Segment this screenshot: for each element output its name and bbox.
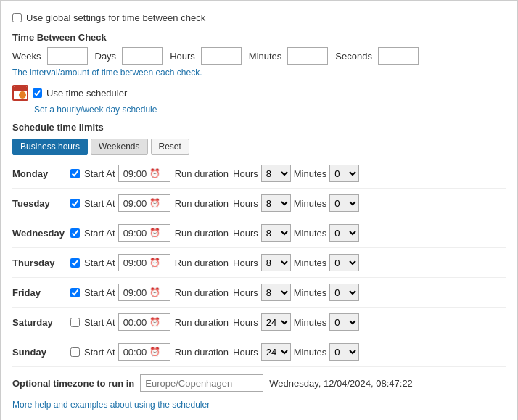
calendar-orange-dot (19, 91, 26, 99)
hours-select[interactable]: 123456789101112131415161718192021222324 (261, 284, 291, 301)
hours-input[interactable] (201, 47, 242, 65)
hours-select[interactable]: 123456789101112131415161718192021222324 (261, 254, 291, 271)
day-row: TuesdayStart At09:00 ⏰Run durationHours1… (12, 194, 506, 218)
day-checkbox[interactable] (70, 318, 80, 327)
time-value: 09:00 (123, 228, 147, 239)
start-at-label: Start At (84, 287, 115, 298)
weeks-input[interactable] (47, 47, 88, 65)
minutes-select[interactable]: 0510152025303540455055 (329, 284, 359, 301)
timezone-datetime: Wednesday, 12/04/2024, 08:47:22 (269, 378, 413, 389)
minutes-label: Minutes (294, 317, 327, 328)
calendar-icon (12, 85, 28, 101)
start-at-label: Start At (84, 168, 115, 179)
timezone-label: Optional timezone to run in (12, 378, 134, 389)
day-checkbox[interactable] (70, 258, 80, 268)
day-name: Wednesday (12, 228, 70, 239)
timezone-row: Optional timezone to run in Wednesday, 1… (12, 374, 506, 392)
day-checkbox[interactable] (70, 347, 80, 357)
scheduler-section: Use time scheduler Set a hourly/week day… (12, 85, 506, 115)
hours-select[interactable]: 123456789101112131415161718192021222324 (261, 224, 291, 242)
minutes-input[interactable] (287, 47, 328, 65)
hours-label: Hours (233, 287, 258, 298)
hours-select[interactable]: 123456789101112131415161718192021222324 (261, 313, 291, 331)
day-name: Friday (12, 287, 70, 298)
hours-select[interactable]: 123456789101112131415161718192021222324 (261, 194, 291, 212)
minutes-label: Minutes (294, 287, 327, 298)
scheduler-link[interactable]: Set a hourly/week day schedule (34, 104, 157, 115)
minutes-label: Minutes (294, 228, 327, 239)
day-checkbox[interactable] (70, 288, 80, 297)
days-input[interactable] (122, 47, 163, 65)
minutes-select[interactable]: 0510152025303540455055 (329, 165, 359, 182)
day-checkbox[interactable] (70, 228, 80, 238)
time-display[interactable]: 09:00 ⏰ (118, 254, 170, 271)
business-hours-button[interactable]: Business hours (12, 139, 88, 155)
scheduler-checkbox[interactable] (33, 88, 42, 98)
start-at-label: Start At (84, 317, 115, 328)
hours-select[interactable]: 123456789101112131415161718192021222324 (261, 343, 291, 361)
hours-label: Hours (233, 168, 258, 179)
day-row: SaturdayStart At00:00 ⏰Run durationHours… (12, 313, 506, 337)
tbc-hint: The interval/amount of time between each… (12, 67, 506, 78)
seconds-input[interactable] (378, 47, 419, 65)
seconds-label-tbc: Seconds (335, 51, 372, 62)
minutes-select[interactable]: 0510152025303540455055 (329, 224, 359, 242)
hours-label: Hours (233, 198, 258, 209)
schedule-section: Schedule time limits Business hours Week… (12, 122, 506, 367)
time-value: 09:00 (123, 168, 147, 179)
run-duration-label: Run duration (175, 347, 229, 358)
minutes-label: Minutes (294, 198, 327, 209)
reset-button[interactable]: Reset (151, 139, 189, 155)
run-duration-label: Run duration (175, 258, 229, 268)
minutes-label: Minutes (294, 347, 327, 358)
schedule-title: Schedule time limits (12, 122, 506, 133)
tbc-title: Time Between Check (12, 32, 506, 43)
weeks-label: Weeks (12, 51, 41, 62)
weekends-button[interactable]: Weekends (91, 139, 147, 155)
minutes-select[interactable]: 0510152025303540455055 (329, 194, 359, 212)
day-name: Sunday (12, 347, 70, 358)
time-display[interactable]: 09:00 ⏰ (118, 165, 170, 182)
day-checkbox[interactable] (70, 199, 80, 208)
scheduler-label[interactable]: Use time scheduler (46, 88, 127, 99)
hours-label: Hours (233, 258, 258, 268)
clock-icon: ⏰ (149, 347, 160, 357)
clock-icon: ⏰ (149, 287, 160, 297)
hours-label: Hours (233, 317, 258, 328)
more-help-link[interactable]: More help and examples about using the s… (12, 400, 210, 410)
day-name: Thursday (12, 258, 70, 268)
day-row: MondayStart At09:00 ⏰Run durationHours12… (12, 165, 506, 189)
schedule-buttons-row: Business hours Weekends Reset (12, 139, 506, 155)
hours-select[interactable]: 123456789101112131415161718192021222324 (261, 165, 291, 182)
day-row: SundayStart At00:00 ⏰Run durationHours12… (12, 343, 506, 367)
run-duration-label: Run duration (175, 198, 229, 209)
run-duration-label: Run duration (175, 228, 229, 239)
time-value: 00:00 (123, 317, 147, 328)
scheduler-link-row: Set a hourly/week day schedule (12, 104, 506, 115)
minutes-select[interactable]: 0510152025303540455055 (329, 254, 359, 271)
clock-icon: ⏰ (149, 258, 160, 268)
minutes-label: Minutes (294, 168, 327, 179)
timezone-input[interactable] (140, 374, 263, 392)
start-at-label: Start At (84, 258, 115, 268)
clock-icon: ⏰ (149, 168, 160, 178)
global-settings-label[interactable]: Use global settings for time between che… (26, 12, 205, 23)
time-display[interactable]: 00:00 ⏰ (118, 313, 170, 331)
scheduler-row: Use time scheduler (12, 85, 506, 101)
time-display[interactable]: 09:00 ⏰ (118, 224, 170, 242)
day-name: Monday (12, 168, 70, 179)
day-checkbox[interactable] (70, 169, 80, 178)
day-name: Saturday (12, 317, 70, 328)
run-duration-label: Run duration (175, 317, 229, 328)
start-at-label: Start At (84, 198, 115, 209)
footer: More help and examples about using the s… (12, 399, 506, 410)
time-display[interactable]: 09:00 ⏰ (118, 284, 170, 301)
minutes-select[interactable]: 0510152025303540455055 (329, 313, 359, 331)
days-container: MondayStart At09:00 ⏰Run durationHours12… (12, 165, 506, 367)
time-display[interactable]: 09:00 ⏰ (118, 194, 170, 212)
global-settings-row: Use global settings for time between che… (12, 12, 506, 23)
time-display[interactable]: 00:00 ⏰ (118, 343, 170, 361)
clock-icon: ⏰ (149, 228, 160, 238)
global-settings-checkbox[interactable] (12, 13, 22, 22)
minutes-select[interactable]: 0510152025303540455055 (329, 343, 359, 361)
